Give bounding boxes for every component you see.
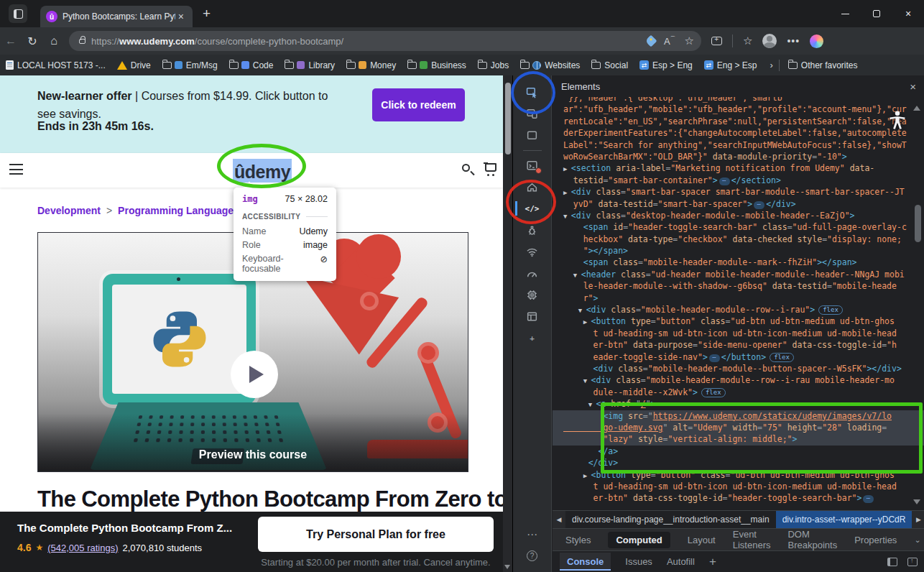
elements-tree-row[interactable]: ▼ <div class="desktop-header-module--mob… <box>553 210 924 221</box>
elements-tree-row[interactable]: t ud-heading-sm ud-btn-icon ud-btn-icon-… <box>553 481 924 492</box>
drawer-tab-autofill[interactable]: Autofill <box>667 556 695 567</box>
tabs-chevron-icon[interactable]: ⌄ <box>914 535 920 545</box>
crumb-scroll-left[interactable]: ◀ <box>553 511 565 528</box>
devtools-tab-computed[interactable]: Computed <box>608 532 670 548</box>
drawer-add-icon[interactable]: + <box>709 555 716 569</box>
udemy-logo[interactable]: ûdemy <box>233 159 292 183</box>
elements-tree-row[interactable]: woRowSearchBarMX":"OLD_BAR"}" data-modul… <box>553 151 924 162</box>
devtools-tab-properties[interactable]: Properties <box>854 535 897 545</box>
elements-tree-row[interactable]: <img src="https://www.udemy.com/staticx/… <box>553 410 924 422</box>
home-icon[interactable]: ⌂ <box>43 34 65 47</box>
copilot-icon[interactable] <box>810 34 823 48</box>
elements-tree-row[interactable]: <span id="header-toggle-search-bar" clas… <box>553 221 924 233</box>
elements-tree-row[interactable]: ▼ <header class="ud-header mobile-header… <box>553 269 924 280</box>
address-bar[interactable]: https://www.udemy.com/course/complete-py… <box>69 31 701 51</box>
console-icon[interactable] <box>518 156 547 175</box>
elements-tree-row[interactable]: er-btn" data-purpose="side-menu-opener" … <box>553 339 924 351</box>
elements-tree-row[interactable]: ▶ <button type="button" class="ud-btn ud… <box>553 469 924 481</box>
bookmark-item[interactable]: Business <box>407 60 466 70</box>
expand-node-icon[interactable]: ⋯ <box>719 177 730 185</box>
bookmark-item[interactable]: ⇄Esp > Eng <box>639 60 693 70</box>
elements-tree-row[interactable]: ▼ <div class="mobile-header-module--row-… <box>553 374 924 386</box>
elements-tree-row[interactable]: Label":"Search for anything","searchInpu… <box>553 139 924 151</box>
bookmark-other-favorites[interactable]: Other favorites <box>788 60 858 70</box>
elements-tree-row[interactable]: er-btn" data-css-toggle-id="header-toggl… <box>553 492 924 504</box>
try-personal-plan-button[interactable]: Try Personal Plan for free <box>258 517 494 552</box>
bookmark-item[interactable]: Code <box>229 60 274 70</box>
browser-tab[interactable]: û Python Bootcamps: Learn Python × <box>40 6 193 27</box>
elements-tree-row[interactable]: ▶ <section aria-label="Marketing notific… <box>553 162 924 174</box>
network-icon[interactable] <box>518 242 547 262</box>
elements-tree-row[interactable]: rentLocale":"en_US","searchPhrase":null,… <box>553 116 924 127</box>
elements-icon[interactable]: </> <box>518 199 547 218</box>
console-sidebar-icon[interactable] <box>887 558 897 566</box>
page-scroll-down-icon[interactable] <box>504 565 510 569</box>
drawer-expand-icon[interactable] <box>907 558 918 566</box>
bookmark-item[interactable]: Social <box>591 60 628 70</box>
elements-tree-row[interactable]: derExperimentFeatures":{"changeAutocompl… <box>553 127 924 139</box>
window-maximize-button[interactable] <box>861 0 892 27</box>
drawer-tab-console[interactable]: Console <box>560 553 611 571</box>
debugger-icon[interactable] <box>518 221 547 240</box>
page-scrollbar-thumb[interactable] <box>505 83 511 154</box>
page-scrollbar[interactable] <box>503 75 512 572</box>
crumb-scroll-right[interactable]: ▶ <box>912 511 924 528</box>
application-icon[interactable] <box>518 307 547 326</box>
cart-icon[interactable] <box>485 163 496 172</box>
elements-tree-row[interactable]: ar":"ufb_header","mobile":"ufb_header","… <box>553 103 924 115</box>
preview-course-label[interactable]: Preview this course <box>38 448 468 461</box>
elements-tree-row[interactable]: r"> <box>553 292 924 304</box>
expand-node-icon[interactable]: ⋯ <box>754 201 764 209</box>
devtools-tab-dom-breakpoints[interactable]: DOM Breakpoints <box>787 529 837 550</box>
settings-menu-icon[interactable]: ••• <box>787 35 800 47</box>
elements-tree-row[interactable]: ▼ <div class="mobile-header-module--row-… <box>553 304 924 315</box>
window-close-button[interactable]: × <box>892 0 924 27</box>
bookmark-item[interactable]: ⇄Eng > Esp <box>704 60 757 70</box>
ratings-link[interactable]: (542,005 ratings) <box>47 543 118 553</box>
play-button[interactable] <box>231 351 278 398</box>
elements-tree-row[interactable]: <div class="mobile-header-module--button… <box>553 363 924 374</box>
tab-close-icon[interactable]: × <box>175 11 187 22</box>
elements-tree-row[interactable]: eader-toggle-side-nav">⋯</button>flex <box>553 351 924 363</box>
expand-node-icon[interactable]: ⋯ <box>709 354 720 362</box>
new-tab-button[interactable]: + <box>203 6 211 22</box>
dom-breadcrumb-item[interactable]: div.course-landing-page__introduction-as… <box>565 511 776 528</box>
search-icon[interactable] <box>462 164 470 172</box>
bookmarks-overflow-icon[interactable]: › <box>770 60 772 70</box>
elements-tree-row[interactable]: go-udemy.svg" alt="Udemy" width="75" hei… <box>553 422 924 433</box>
bookmark-item[interactable]: Library <box>285 60 335 70</box>
devtools-tab-event-listeners[interactable]: Event Listeners <box>733 529 771 550</box>
home-icon[interactable] <box>518 177 547 197</box>
elements-tree-row[interactable]: "}},"header":{"desktop":"ufb_header","sm… <box>553 97 924 103</box>
memory-icon[interactable] <box>518 285 547 305</box>
tab-actions-button[interactable] <box>9 4 27 23</box>
code-scroll-down-icon[interactable] <box>913 499 920 504</box>
bookmark-item[interactable]: LOCAL HOST 5173 -... <box>6 60 106 70</box>
breadcrumb-link[interactable]: Development <box>37 205 101 216</box>
help-icon[interactable]: ? <box>518 546 547 566</box>
flex-badge[interactable]: flex <box>701 388 726 397</box>
elements-tree-row[interactable]: ▶ <button type="button" class="ud-btn ud… <box>553 315 924 327</box>
elements-tree-row[interactable]: </a> <box>553 446 924 457</box>
elements-tree-row[interactable]: ▶ <div class="smart-bar-spacer smart-bar… <box>553 186 924 198</box>
elements-tree-row[interactable]: <span class="mobile-header-module--mark-… <box>553 257 924 268</box>
menu-icon[interactable] <box>9 164 23 175</box>
lock-icon[interactable] <box>79 39 86 44</box>
devtools-tab-layout[interactable]: Layout <box>688 535 716 545</box>
bookmark-item[interactable]: Jobs <box>478 60 509 70</box>
device-emulation-icon[interactable] <box>518 104 547 124</box>
bookmark-item[interactable]: Drive <box>117 60 151 70</box>
window-icon[interactable] <box>518 126 547 145</box>
back-icon[interactable]: ← <box>0 34 22 47</box>
read-aloud-icon[interactable]: A⌒ <box>664 35 676 47</box>
profile-avatar[interactable] <box>762 34 777 48</box>
inspect-icon[interactable] <box>518 83 547 102</box>
elements-tree-row[interactable]: le-header-module--with-shadow--g6bsq" da… <box>553 280 924 292</box>
elements-tree-row[interactable]: ▼ <a href="/"> <box>553 398 924 410</box>
more-icon[interactable]: ⋯ <box>518 525 547 544</box>
shopping-tag-icon[interactable] <box>645 35 657 47</box>
redeem-button[interactable]: Click to redeem <box>372 88 465 121</box>
elements-tree-row[interactable]: t ud-heading-sm ud-btn-icon ud-btn-icon-… <box>553 328 924 339</box>
more-tools-icon[interactable]: + <box>518 328 547 348</box>
elements-tree-row[interactable]: "lazy" style="vertical-align: middle;"> <box>553 433 924 445</box>
